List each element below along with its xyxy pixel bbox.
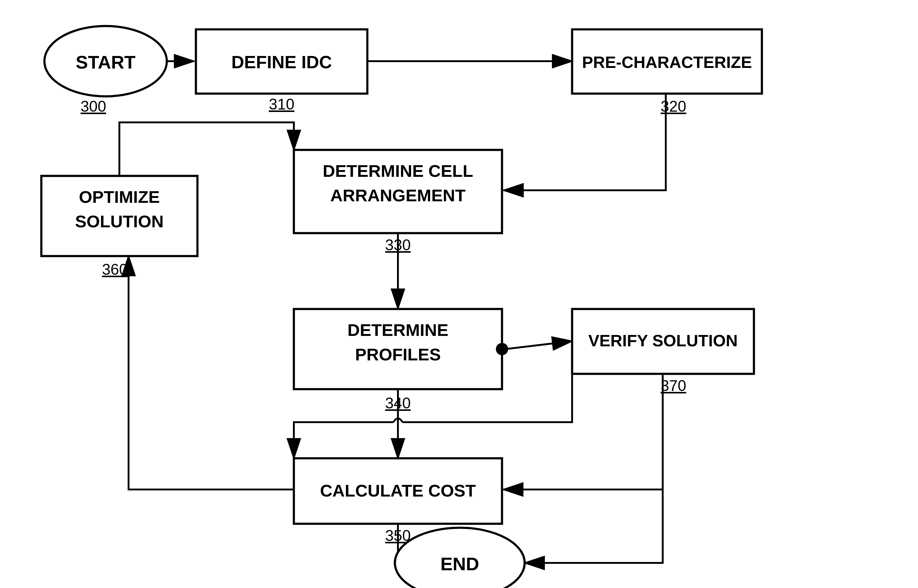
optimize-label1: OPTIMIZE xyxy=(79,187,160,207)
start-label: START xyxy=(76,52,136,73)
dp-label1: DETERMINE xyxy=(347,320,448,339)
optimize-ref: 360 xyxy=(102,261,127,278)
end-label: END xyxy=(440,554,479,574)
dca-label1: DETERMINE CELL xyxy=(323,161,473,181)
pre-char-ref: 320 xyxy=(661,98,686,115)
define-idc-ref: 310 xyxy=(269,96,294,113)
verify-ref: 370 xyxy=(661,377,686,394)
dp-label2: PROFILES xyxy=(355,345,441,364)
pre-char-label: PRE-CHARACTERIZE xyxy=(582,53,752,71)
verify-label: VERIFY SOLUTION xyxy=(588,331,738,350)
define-idc-label: DEFINE IDC xyxy=(232,52,332,72)
dca-label2: ARRANGEMENT xyxy=(330,186,466,205)
dp-ref: 340 xyxy=(385,395,410,412)
start-ref: 300 xyxy=(81,98,106,115)
optimize-label2: SOLUTION xyxy=(75,212,164,231)
main-diagram: START 300 DEFINE IDC 310 PRE-CHARACTERIZ… xyxy=(0,0,918,588)
calc-label: CALCULATE COST xyxy=(320,481,476,500)
junction-dot xyxy=(496,343,508,355)
dca-ref: 330 xyxy=(385,236,410,254)
